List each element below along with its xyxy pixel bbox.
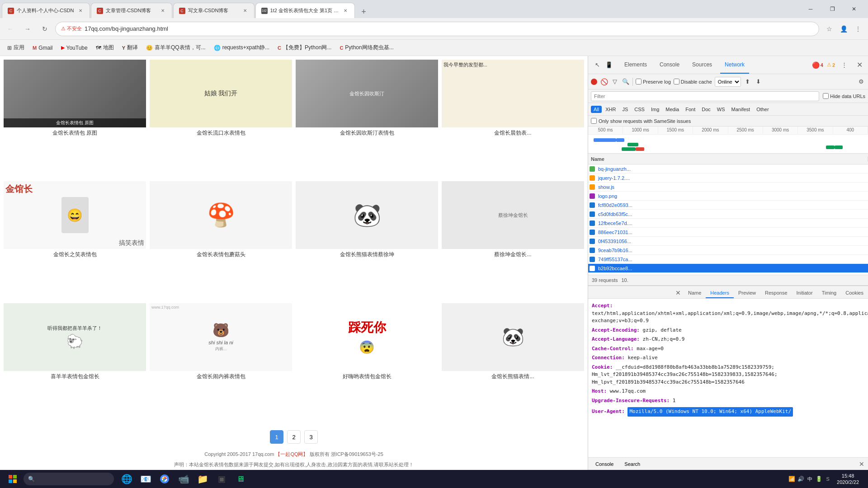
disable-cache-checkbox[interactable] — [674, 79, 679, 84]
bookmark-xiyangyang[interactable]: 😊 喜羊羊QQ表情，可... — [142, 42, 209, 53]
type-filter-xhr[interactable]: XHR — [603, 106, 618, 113]
detail-tab-cookies[interactable]: Cookies — [841, 288, 868, 298]
footer-link[interactable]: 【一起QQ网】 — [275, 451, 308, 457]
request-row[interactable]: jquery-1.7.2.... — [588, 174, 868, 183]
list-item[interactable]: 🐼 金馆长熊猫表情... — [442, 303, 584, 421]
request-row-selected[interactable]: b2b92bccae8... — [588, 264, 868, 273]
request-row[interactable]: logo.png — [588, 192, 868, 201]
dt-bottom-search[interactable]: Search — [621, 460, 644, 468]
detail-tab-name[interactable]: Name — [684, 288, 706, 298]
list-item[interactable]: 🍄 金馆长表情包蘑菇头 — [150, 181, 292, 299]
clear-button[interactable]: 🚫 — [600, 78, 608, 86]
address-bar[interactable]: ⚠ 不安全 17qq.com/bq-jinguanzhang.html — [55, 22, 819, 36]
tab-2-close[interactable]: ✕ — [159, 7, 166, 14]
list-item[interactable]: 金馆长 搞笑表情 😄 金馆长之笑表情包 — [4, 181, 146, 299]
taskbar-search[interactable]: 🔍 — [24, 473, 114, 485]
detail-tab-response[interactable]: Response — [760, 288, 792, 298]
list-item[interactable]: 金馆长因吹斯汀 金馆长因吹斯汀表情包 — [296, 60, 438, 178]
taskbar-edge[interactable]: 🌐 — [118, 470, 136, 488]
bookmark-maps[interactable]: 🗺 地图 — [92, 42, 118, 53]
refresh-button[interactable]: ↻ — [38, 22, 52, 36]
hide-data-urls-checkbox[interactable] — [823, 93, 829, 99]
devtools-more-button[interactable]: ⋮ — [839, 60, 849, 70]
taskbar-zoom[interactable]: 📹 — [175, 470, 193, 488]
type-filter-media[interactable]: Media — [663, 106, 682, 113]
list-item[interactable]: 踩死你 😨 好嗨哟表情包金馆长 — [296, 303, 438, 421]
record-button[interactable] — [591, 79, 597, 85]
list-item[interactable]: 听得我都把喜羊羊杀了！ 🐑 喜羊羊表情包金馆长 — [4, 303, 146, 421]
taskbar-chrome[interactable] — [156, 470, 174, 488]
throttle-select[interactable]: Online — [715, 77, 741, 87]
forward-button[interactable]: → — [21, 22, 34, 36]
close-button[interactable]: ✕ — [844, 3, 864, 15]
bookmark-gmail[interactable]: M Gmail — [29, 43, 57, 53]
type-filter-ws[interactable]: WS — [714, 106, 728, 113]
tab-1-close[interactable]: ✕ — [77, 7, 84, 14]
page-3-button[interactable]: 3 — [304, 430, 318, 444]
tab-4[interactable]: 1t2 1t2 金馆长表情包大全 第1页 - 一起... ✕ — [255, 3, 355, 18]
bookmark-python1[interactable]: C 【免费】Python网... — [274, 42, 335, 53]
dt-tab-sources[interactable]: Sources — [688, 56, 717, 74]
dt-tab-elements[interactable]: Elements — [620, 56, 651, 74]
devtools-close-button[interactable]: ✕ — [853, 61, 866, 69]
tab-4-close[interactable]: ✕ — [342, 7, 349, 14]
device-toolbar-button[interactable]: 📱 — [604, 60, 614, 70]
export-button[interactable]: ⬇ — [755, 78, 763, 86]
inspect-element-button[interactable]: ↖ — [592, 60, 603, 70]
dt-tab-console[interactable]: Console — [655, 56, 684, 74]
request-row[interactable]: fcf80d2e0593... — [588, 201, 868, 210]
taskbar-folder[interactable]: 📁 — [193, 470, 212, 488]
search-button[interactable]: 🔍 — [622, 78, 630, 86]
bookmark-requests[interactable]: 🌐 requests+xpath静... — [210, 42, 273, 53]
detail-tab-timing[interactable]: Timing — [817, 288, 841, 298]
tab-3-close[interactable]: ✕ — [241, 7, 249, 14]
type-filter-other[interactable]: Other — [754, 106, 772, 113]
settings-button[interactable]: ⚙ — [857, 78, 865, 86]
request-row[interactable]: show.js — [588, 183, 868, 192]
bookmark-youtube[interactable]: ▶ YouTube — [57, 43, 91, 53]
hide-data-urls-label[interactable]: Hide data URLs — [823, 93, 865, 99]
taskbar-pycharm[interactable]: 🖥 — [231, 470, 250, 488]
type-filter-manifest[interactable]: Manifest — [729, 106, 753, 113]
tab-1[interactable]: C 个人资料-个人中心-CSDN ✕ — [2, 3, 90, 18]
bookmark-python2[interactable]: C Python网络爬虫基... — [336, 42, 397, 53]
import-button[interactable]: ⬆ — [744, 78, 752, 86]
profile-button[interactable]: 👤 — [837, 23, 850, 35]
tray-ime[interactable]: 中 — [806, 475, 813, 483]
type-filter-js[interactable]: JS — [619, 106, 631, 113]
dt-tab-network[interactable]: Network — [720, 56, 749, 74]
start-button[interactable] — [2, 470, 24, 488]
tray-volume[interactable]: 🔊 — [797, 475, 804, 483]
request-row[interactable]: 886eec71031... — [588, 228, 868, 237]
detail-tab-initiator[interactable]: Initiator — [792, 288, 817, 298]
type-filter-all[interactable]: All — [591, 106, 602, 113]
detail-tab-headers[interactable]: Headers — [706, 288, 734, 298]
filter-input[interactable] — [591, 91, 819, 101]
bookmark-apps[interactable]: ⊞ 应用 — [4, 42, 28, 53]
list-item[interactable]: 🐻 shi shi la ni www.17qq.com 内裤... 金馆长闹内… — [150, 303, 292, 421]
preserve-log-checkbox-label[interactable]: Preserve log — [636, 79, 671, 84]
type-filter-doc[interactable]: Doc — [699, 106, 713, 113]
preserve-log-checkbox[interactable] — [636, 79, 642, 84]
detail-close-button[interactable]: ✕ — [673, 287, 684, 298]
tray-network[interactable]: 📶 — [788, 475, 795, 483]
bookmark-button[interactable]: ☆ — [823, 23, 835, 35]
request-row[interactable]: 749ff55137ca... — [588, 255, 868, 264]
detail-tab-preview[interactable]: Preview — [734, 288, 760, 298]
request-row[interactable]: 9ceab7b9b16... — [588, 246, 868, 255]
clock[interactable]: 15:48 2020/2/22 — [833, 473, 863, 486]
request-row[interactable]: 0f453391056... — [588, 237, 868, 246]
tray-battery[interactable]: 🔋 — [815, 475, 822, 483]
maximize-button[interactable]: ❐ — [822, 3, 843, 15]
tab-3[interactable]: C 写文章-CSDN博客 ✕ — [173, 3, 255, 18]
samesite-checkbox[interactable] — [591, 118, 597, 124]
devtools-close-x[interactable]: ✕ — [859, 460, 864, 468]
list-item[interactable]: 我今早整的发型都... 金馆长晨勃表... — [442, 60, 584, 178]
type-filter-img[interactable]: Img — [648, 106, 662, 113]
page-1-button[interactable]: 1 — [270, 430, 283, 444]
tray-notification[interactable]: S — [824, 475, 831, 483]
list-item[interactable]: 姑娘 我们开 金馆长流口水表情包 — [150, 60, 292, 178]
request-row[interactable]: bq-jinguanzh... — [588, 164, 868, 174]
request-row[interactable]: 12fbece5e7d.... — [588, 219, 868, 228]
type-filter-css[interactable]: CSS — [632, 106, 647, 113]
